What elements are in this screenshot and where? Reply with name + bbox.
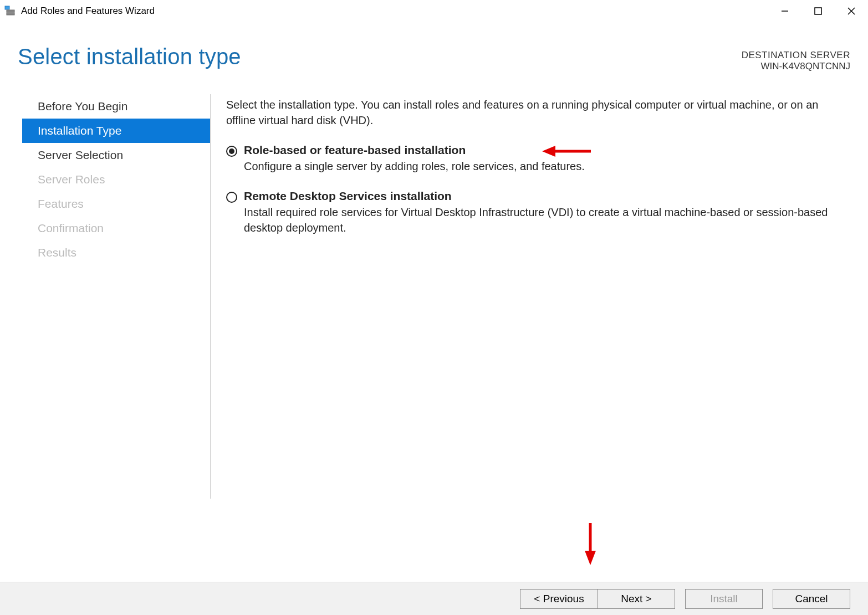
previous-button[interactable]: < Previous: [520, 589, 598, 609]
radio-remote-desktop[interactable]: Remote Desktop Services installation Ins…: [226, 189, 848, 235]
window-controls: [768, 0, 868, 22]
step-server-selection[interactable]: Server Selection: [22, 143, 210, 167]
window-title: Add Roles and Features Wizard: [21, 6, 155, 17]
svg-rect-4: [815, 8, 821, 14]
step-server-roles: Server Roles: [22, 167, 210, 192]
cancel-button[interactable]: Cancel: [773, 589, 850, 609]
svg-marker-10: [585, 551, 596, 565]
intro-text: Select the installation type. You can in…: [226, 97, 848, 128]
minimize-button[interactable]: [768, 0, 801, 22]
radio-remote-desktop-title: Remote Desktop Services installation: [244, 189, 848, 203]
step-installation-type[interactable]: Installation Type: [22, 119, 210, 143]
step-features: Features: [22, 192, 210, 216]
radio-indicator-icon: [226, 192, 237, 203]
destination-server-block: DESTINATION SERVER WIN-K4V8QNTCNNJ: [742, 44, 850, 72]
svg-rect-1: [7, 10, 14, 12]
nav-button-group: < Previous Next >: [520, 589, 675, 609]
install-button: Install: [685, 589, 763, 609]
svg-marker-8: [542, 146, 555, 157]
radio-remote-desktop-desc: Install required role services for Virtu…: [244, 204, 848, 235]
page-title: Select installation type: [18, 44, 241, 69]
step-before-you-begin[interactable]: Before You Begin: [22, 94, 210, 119]
maximize-button[interactable]: [801, 0, 835, 22]
step-confirmation: Confirmation: [22, 216, 210, 240]
close-button[interactable]: [835, 0, 868, 22]
server-manager-icon: [4, 6, 16, 17]
wizard-steps-sidebar: Before You Begin Installation Type Serve…: [0, 94, 211, 499]
wizard-body: Before You Begin Installation Type Serve…: [0, 72, 868, 543]
radio-text-block: Remote Desktop Services installation Ins…: [244, 189, 848, 235]
svg-rect-0: [5, 6, 9, 9]
destination-server-label: DESTINATION SERVER: [742, 50, 850, 61]
step-results: Results: [22, 240, 210, 265]
radio-indicator-icon: [226, 146, 237, 157]
titlebar: Add Roles and Features Wizard: [0, 0, 868, 22]
annotation-arrow-icon: [542, 145, 592, 158]
annotation-arrow-icon: [584, 523, 597, 567]
destination-server-value: WIN-K4V8QNTCNNJ: [742, 61, 850, 72]
wizard-content: Select the installation type. You can in…: [211, 94, 868, 543]
header: Select installation type DESTINATION SER…: [0, 22, 868, 72]
svg-rect-2: [7, 13, 14, 15]
radio-role-based-desc: Configure a single server by adding role…: [244, 158, 848, 174]
wizard-footer: < Previous Next > Install Cancel: [0, 582, 868, 615]
next-button[interactable]: Next >: [598, 589, 675, 609]
radio-role-based[interactable]: Role-based or feature-based installation…: [226, 144, 848, 174]
